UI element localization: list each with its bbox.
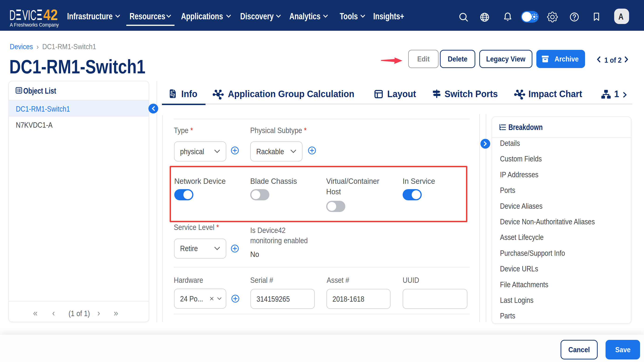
svg-text:D: D <box>9 9 16 22</box>
svg-text:VIC: VIC <box>22 9 36 22</box>
svg-text:42: 42 <box>43 9 58 22</box>
